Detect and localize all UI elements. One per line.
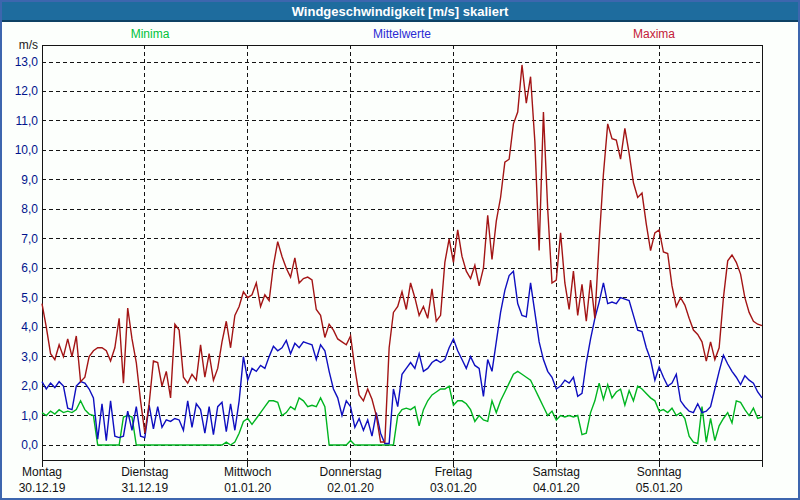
x-day-name-label: Montag xyxy=(0,465,90,479)
y-tick-label: 7,0 xyxy=(2,232,38,246)
y-tick-label: 13,0 xyxy=(2,55,38,69)
y-tick-label: 9,0 xyxy=(2,173,38,187)
y-tick-label: 6,0 xyxy=(2,261,38,275)
x-day-name-label: Dienstag xyxy=(97,465,193,479)
y-tick-label: 11,0 xyxy=(2,114,38,128)
y-tick-label: 5,0 xyxy=(2,291,38,305)
series-line-maxima xyxy=(42,65,762,442)
x-day-date-label: 02.01.20 xyxy=(303,481,399,495)
y-tick-label: 0,0 xyxy=(2,438,38,452)
y-tick-label: 4,0 xyxy=(2,320,38,334)
x-day-name-label: Sonntag xyxy=(611,465,707,479)
y-tick-label: 3,0 xyxy=(2,350,38,364)
x-day-date-label: 05.01.20 xyxy=(611,481,707,495)
y-tick-label: 2,0 xyxy=(2,379,38,393)
x-day-date-label: 01.01.20 xyxy=(200,481,296,495)
x-day-name-label: Freitag xyxy=(405,465,501,479)
x-day-name-label: Samstag xyxy=(508,465,604,479)
plot-area xyxy=(2,2,800,500)
x-day-name-label: Mittwoch xyxy=(200,465,296,479)
x-day-date-label: 30.12.19 xyxy=(0,481,90,495)
x-day-date-label: 31.12.19 xyxy=(97,481,193,495)
x-day-date-label: 03.01.20 xyxy=(405,481,501,495)
y-tick-label: 10,0 xyxy=(2,143,38,157)
series-line-mittelwerte xyxy=(42,271,762,443)
y-tick-label: 12,0 xyxy=(2,84,38,98)
x-day-name-label: Donnerstag xyxy=(303,465,399,479)
y-tick-label: 1,0 xyxy=(2,409,38,423)
x-day-date-label: 04.01.20 xyxy=(508,481,604,495)
y-tick-label: 8,0 xyxy=(2,202,38,216)
app-window: Windgeschwindigkeit [m/s] skaliert Minim… xyxy=(0,0,800,500)
